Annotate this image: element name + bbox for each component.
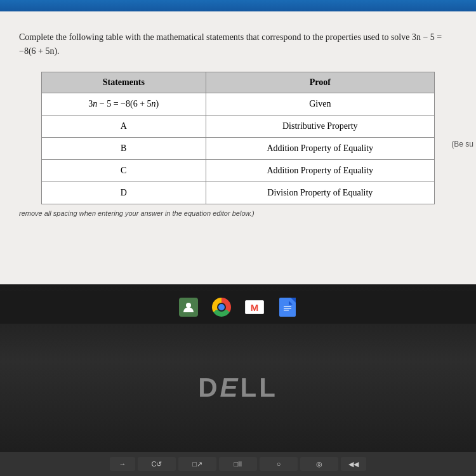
docs-icon [279,298,296,317]
table-container: Statements Proof 3n − 5 = −8(6 + 5n) Giv… [41,72,435,204]
key-fullscreen[interactable]: □↗ [178,457,216,471]
taskbar: M [0,291,476,324]
person-icon [179,298,198,317]
dell-logo: DELL [198,373,278,403]
proof-cell-distributive: Distributive Property [206,115,434,137]
table-row: B Addition Property of Equality [42,137,435,159]
key-brightness-up[interactable]: ◎ [300,457,338,471]
dell-logo-area: DELL [198,324,278,452]
statement-cell: 3n − 5 = −8(6 + 5n) [42,93,206,115]
gmail-app-icon[interactable]: M [243,296,266,319]
laptop-body: M DELL → C↺ □↗ □II [0,284,476,476]
svg-point-0 [186,303,191,308]
svg-rect-1 [282,301,293,314]
key-refresh[interactable]: C↺ [138,457,176,471]
key-windows[interactable]: □II [219,457,257,471]
chrome-app-icon[interactable] [210,296,233,319]
table-row: A Distributive Property [42,115,435,137]
gmail-icon: M [245,300,264,314]
statement-cell-d: D [42,182,206,204]
statement-cell-c: C [42,159,206,182]
table-row: D Division Property of Equality [42,182,435,204]
col-header-proof: Proof [206,72,434,93]
keyboard-area: → C↺ □↗ □II ○ ◎ ◀◀ [0,452,476,476]
svg-rect-3 [284,306,291,307]
keyboard-row-function: → C↺ □↗ □II ○ ◎ ◀◀ [6,457,470,471]
svg-rect-5 [284,310,289,311]
proof-cell-addition2: Addition Property of Equality [206,159,434,182]
table-row: 3n − 5 = −8(6 + 5n) Given [42,93,435,115]
chrome-icon [212,298,231,317]
col-header-statements: Statements [42,72,206,93]
svg-rect-4 [284,308,291,309]
key-vol-mute[interactable]: ◀◀ [341,457,366,471]
chrome-inner-circle [217,303,226,312]
math-table: Statements Proof 3n − 5 = −8(6 + 5n) Giv… [41,72,435,204]
instruction-text: Complete the following table with the ma… [19,30,457,59]
statement-cell-a: A [42,115,206,137]
side-note: (Be su [449,138,476,150]
docs-app-icon[interactable] [276,296,299,319]
key-brightness-down[interactable]: ○ [260,457,298,471]
table-row: C Addition Property of Equality [42,159,435,182]
proof-cell-division: Division Property of Equality [206,182,434,204]
instruction-line1: Complete the following table with the ma… [19,32,442,56]
person-app-icon[interactable] [177,296,200,319]
top-bar [0,0,476,11]
proof-cell: Given [206,93,434,115]
dell-e-letter: E [220,373,241,402]
footnote-text: remove all spacing when entering your an… [19,209,457,217]
statement-cell-b: B [42,137,206,159]
proof-cell-addition1: Addition Property of Equality [206,137,434,159]
key-back[interactable]: → [110,457,135,471]
gmail-m-letter: M [251,302,259,313]
paper-area: Complete the following table with the ma… [0,11,476,284]
